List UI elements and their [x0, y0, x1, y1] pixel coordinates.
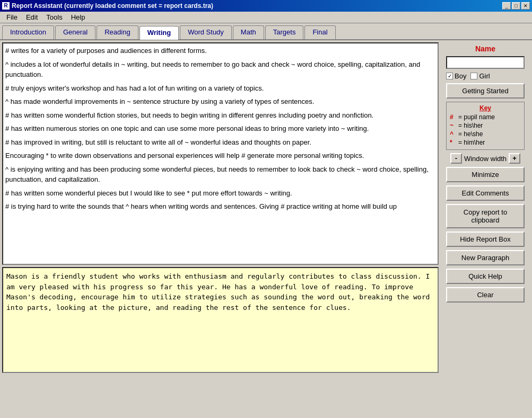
title-bar-text: Report Assistant (currently loaded comme… — [12, 2, 213, 10]
left-panel: # writes for a variety of purposes and a… — [2, 42, 439, 416]
title-bar: R Report Assistant (currently loaded com… — [0, 0, 532, 12]
comments-area[interactable]: # writes for a variety of purposes and a… — [2, 42, 439, 265]
app-icon: R — [2, 2, 10, 10]
list-item: # has written some wonderful pieces but … — [5, 188, 435, 199]
key-desc-hash: = pupil name — [458, 113, 495, 121]
key-row-tilde: ~ = his\her — [450, 122, 521, 129]
key-symbol-star: * — [450, 139, 456, 146]
window-width-plus-button[interactable]: + — [509, 153, 520, 164]
menu-help[interactable]: Help — [67, 12, 90, 22]
window-width-label: Window width — [464, 155, 507, 163]
list-item: # writes for a variety of purposes and a… — [5, 46, 435, 56]
key-row-hash: # = pupil name — [450, 113, 521, 121]
girl-checkbox[interactable] — [470, 73, 477, 79]
name-label: Name — [475, 45, 495, 53]
tab-final[interactable]: Final — [304, 25, 335, 39]
menu-edit[interactable]: Edit — [22, 12, 42, 22]
list-item: # has written numerous stories on one to… — [5, 123, 435, 134]
minimize-button[interactable]: Minimize — [446, 167, 525, 182]
tab-writing[interactable]: Writing — [139, 26, 179, 40]
key-desc-tilde: = his\her — [458, 122, 483, 129]
tab-math[interactable]: Math — [233, 25, 264, 39]
window-width-row: - Window width + — [446, 153, 525, 164]
key-title: Key — [450, 104, 521, 112]
quick-help-button[interactable]: Quick Help — [446, 269, 525, 284]
clear-button[interactable]: Clear — [446, 287, 525, 303]
window-width-minus-button[interactable]: - — [450, 153, 462, 164]
tabs-bar: Introduction General Reading Writing Wor… — [0, 23, 532, 40]
list-item: # has written some wonderful fiction sto… — [5, 110, 435, 121]
list-item: ^ is enjoying writing and has been produ… — [5, 164, 435, 185]
list-item: # truly enjoys writer's workshop and has… — [5, 83, 435, 94]
list-item: ^ includes a lot of wonderful details in… — [5, 59, 435, 80]
list-item: # is trying hard to write the sounds tha… — [5, 201, 435, 212]
menu-file[interactable]: File — [2, 12, 22, 22]
getting-started-button[interactable]: Getting Started — [446, 83, 525, 99]
tab-reading[interactable]: Reading — [97, 25, 138, 39]
main-content: # writes for a variety of purposes and a… — [0, 40, 532, 418]
key-desc-star: = him\her — [458, 139, 485, 146]
key-row-caret: ^ = he\she — [450, 130, 521, 138]
list-item: ^ has made wonderful improvements in ~ s… — [5, 96, 435, 107]
menu-bar: File Edit Tools Help — [0, 12, 532, 23]
close-button[interactable]: ✕ — [521, 2, 530, 10]
title-bar-buttons: _ □ ✕ — [502, 2, 530, 10]
name-input[interactable] — [446, 56, 525, 69]
key-symbol-caret: ^ — [450, 130, 456, 138]
list-item: # has improved in writing, but still is … — [5, 137, 435, 148]
tab-general[interactable]: General — [55, 25, 95, 39]
girl-label[interactable]: Girl — [470, 72, 490, 80]
boy-text: Boy — [455, 72, 466, 80]
tab-introduction[interactable]: Introduction — [2, 25, 54, 39]
minimize-button[interactable]: _ — [502, 2, 511, 10]
maximize-button[interactable]: □ — [512, 2, 520, 10]
menu-tools[interactable]: Tools — [42, 12, 66, 22]
key-desc-caret: = he\she — [458, 130, 483, 138]
right-panel: Name ✓ Boy Girl Getting Started Key # = … — [441, 42, 530, 416]
gender-row: ✓ Boy Girl — [446, 72, 525, 80]
copy-report-button[interactable]: Copy report to clipboard — [446, 204, 525, 228]
key-symbol-tilde: ~ — [450, 122, 456, 129]
key-box: Key # = pupil name ~ = his\her ^ = he\sh… — [446, 102, 525, 150]
girl-text: Girl — [479, 72, 490, 80]
new-paragraph-button[interactable]: New Paragraph — [446, 250, 525, 265]
list-item: Encouraging * to write down observations… — [5, 150, 435, 161]
report-box[interactable] — [2, 267, 439, 373]
hide-report-button[interactable]: Hide Report Box — [446, 232, 525, 247]
tab-targets[interactable]: Targets — [265, 25, 304, 39]
edit-comments-button[interactable]: Edit Comments — [446, 185, 525, 201]
tab-word-study[interactable]: Word Study — [180, 25, 232, 39]
key-symbol-hash: # — [450, 113, 456, 121]
key-row-star: * = him\her — [450, 139, 521, 146]
boy-label[interactable]: ✓ Boy — [446, 72, 466, 80]
boy-checkbox[interactable]: ✓ — [446, 73, 453, 79]
